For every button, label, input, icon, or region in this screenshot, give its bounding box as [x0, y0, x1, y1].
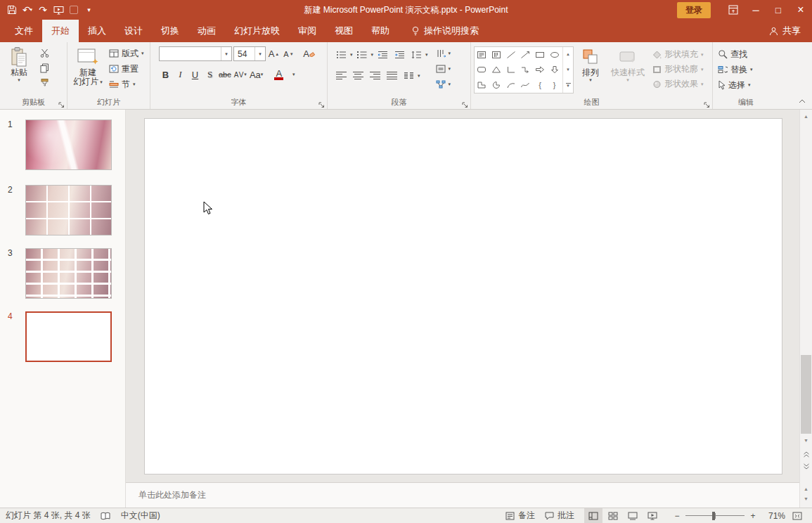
maximize-button[interactable]: □: [767, 0, 790, 20]
shape-gallery-more-button[interactable]: ▼: [563, 77, 573, 93]
slide-4-thumbnail-selected[interactable]: [25, 311, 112, 362]
slide-canvas[interactable]: [126, 110, 799, 482]
zoom-in-button[interactable]: +: [747, 508, 759, 523]
layout-button[interactable]: 版式▾: [107, 46, 146, 61]
shape-left-brace[interactable]: {: [533, 77, 548, 93]
close-button[interactable]: ×: [790, 0, 812, 20]
strikethrough-button[interactable]: abc: [218, 67, 232, 82]
format-painter-button[interactable]: [37, 75, 52, 90]
align-center-button[interactable]: [350, 68, 366, 83]
justify-button[interactable]: [384, 68, 399, 83]
normal-view-button[interactable]: [584, 508, 602, 523]
minimize-button[interactable]: ─: [745, 0, 767, 20]
shape-scroll-down-button[interactable]: ▼: [563, 63, 573, 78]
shrink-font-button[interactable]: A▼: [282, 47, 295, 61]
columns-dropdown-icon[interactable]: ▾: [418, 73, 420, 79]
notes-scroll-up-button[interactable]: ▲: [801, 484, 811, 494]
fit-to-window-button[interactable]: [788, 508, 806, 523]
align-right-button[interactable]: [367, 68, 382, 83]
line-spacing-dropdown-icon[interactable]: ▾: [425, 52, 428, 58]
bullets-dropdown-icon[interactable]: ▾: [350, 52, 353, 58]
drawing-dialog-launcher[interactable]: [704, 101, 710, 107]
zoom-slider[interactable]: [685, 509, 745, 523]
tab-file[interactable]: 文件: [6, 20, 42, 42]
shape-scroll-up-button[interactable]: ▲: [563, 47, 573, 63]
arrange-button[interactable]: 排列 ▾: [574, 44, 607, 83]
zoom-out-button[interactable]: −: [671, 508, 683, 523]
slide-counter[interactable]: 幻灯片 第 4 张, 共 4 张: [6, 510, 91, 522]
language-indicator[interactable]: 中文(中国): [121, 510, 160, 522]
shape-l-shape[interactable]: [475, 77, 489, 93]
scroll-down-button[interactable]: ▼: [801, 435, 811, 446]
slide-1-thumbnail[interactable]: [25, 120, 112, 170]
zoom-percentage[interactable]: 71%: [761, 511, 785, 521]
columns-button[interactable]: [401, 68, 416, 83]
shape-arrow-line[interactable]: [518, 47, 533, 63]
shape-pie[interactable]: [489, 77, 504, 93]
convert-smartart-button[interactable]: ▾: [434, 77, 453, 92]
spell-check-button[interactable]: [101, 512, 111, 520]
text-direction-button[interactable]: ▾: [434, 46, 453, 61]
slideshow-view-button[interactable]: [643, 508, 662, 523]
section-button[interactable]: 节▾: [107, 77, 146, 92]
shape-arrow-right[interactable]: [533, 63, 548, 78]
shape-arc[interactable]: [503, 77, 518, 93]
clipboard-dialog-launcher[interactable]: [58, 101, 65, 107]
next-slide-button[interactable]: [801, 461, 811, 472]
touch-mode-button[interactable]: [70, 6, 78, 14]
line-spacing-button[interactable]: [408, 47, 424, 62]
slide-3-thumbnail[interactable]: [25, 248, 112, 299]
bold-button[interactable]: B: [159, 67, 172, 82]
replace-button[interactable]: 替换▾: [716, 62, 755, 77]
slide-sorter-view-button[interactable]: [604, 508, 622, 523]
tab-animations[interactable]: 动画: [188, 20, 225, 42]
shape-triangle[interactable]: [489, 63, 504, 78]
font-size-dropdown-icon[interactable]: ▾: [254, 47, 265, 60]
numbering-dropdown-icon[interactable]: ▾: [371, 52, 374, 58]
shape-line[interactable]: [503, 47, 518, 63]
font-dialog-launcher[interactable]: [318, 101, 325, 107]
quick-styles-button[interactable]: 快速样式 ▾: [607, 44, 648, 83]
character-spacing-button[interactable]: AV▾: [233, 67, 247, 82]
font-color-dropdown[interactable]: ▾: [287, 67, 300, 82]
shape-outline-button[interactable]: 形状轮廓▾: [650, 62, 706, 77]
shape-right-brace[interactable]: }: [547, 77, 562, 93]
cut-button[interactable]: [37, 46, 52, 60]
tell-me-search[interactable]: 操作说明搜索: [411, 20, 479, 42]
zoom-slider-thumb[interactable]: [712, 512, 715, 520]
customize-qat-button[interactable]: ▾: [82, 1, 97, 19]
align-text-button[interactable]: ▾: [434, 61, 453, 77]
collapse-ribbon-button[interactable]: [796, 96, 808, 106]
ribbon-display-options-button[interactable]: [722, 0, 745, 20]
shape-rounded-rectangle[interactable]: [475, 63, 489, 78]
tab-insert[interactable]: 插入: [79, 20, 115, 42]
tab-transitions[interactable]: 切换: [152, 20, 188, 42]
copy-button[interactable]: [37, 60, 52, 75]
shape-curve[interactable]: [518, 77, 533, 93]
underline-button[interactable]: U: [188, 67, 202, 82]
font-size-combo[interactable]: 54 ▾: [233, 46, 266, 61]
paste-button[interactable]: 粘贴 ▾: [3, 44, 35, 83]
shape-fill-button[interactable]: 形状填充▾: [650, 47, 706, 62]
numbering-button[interactable]: [354, 47, 370, 62]
shape-rectangle[interactable]: [533, 47, 548, 63]
notes-pane[interactable]: 单击此处添加备注: [126, 482, 799, 508]
tab-design[interactable]: 设计: [115, 20, 152, 42]
shape-text-box[interactable]: [475, 47, 489, 63]
reading-view-button[interactable]: [624, 508, 642, 523]
redo-button[interactable]: ↷: [35, 1, 51, 19]
shape-elbow-arrow-connector[interactable]: [518, 63, 533, 78]
comments-toggle-button[interactable]: 批注: [545, 510, 574, 522]
previous-slide-button[interactable]: [801, 449, 811, 460]
start-slideshow-button[interactable]: [51, 1, 66, 19]
tab-slideshow[interactable]: 幻灯片放映: [225, 20, 289, 42]
change-case-button[interactable]: Aa▾: [249, 67, 264, 82]
find-button[interactable]: 查找: [716, 46, 755, 62]
select-button[interactable]: 选择▾: [716, 77, 755, 93]
shape-right-angle-connector[interactable]: [503, 63, 518, 78]
shape-oval[interactable]: [547, 47, 562, 63]
font-color-button[interactable]: A: [272, 67, 285, 82]
shape-arrow-down[interactable]: [547, 63, 562, 78]
clear-formatting-button[interactable]: A: [302, 47, 316, 61]
new-slide-button[interactable]: 新建 幻灯片▾: [70, 44, 105, 86]
